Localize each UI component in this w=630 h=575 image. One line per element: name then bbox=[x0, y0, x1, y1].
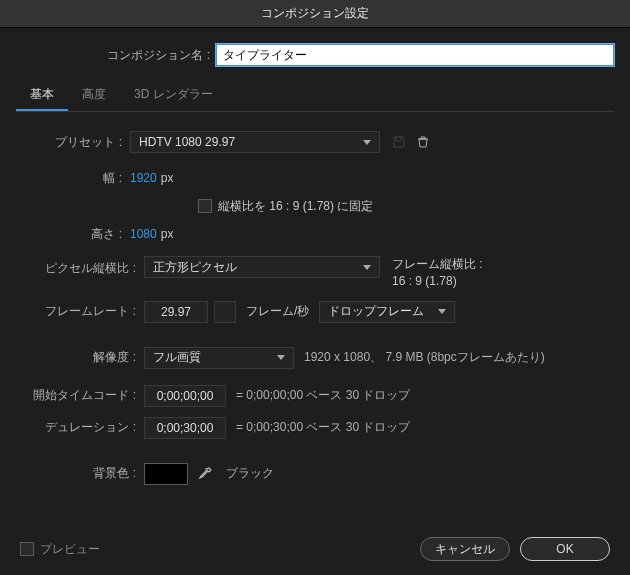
tab-advanced[interactable]: 高度 bbox=[68, 80, 120, 111]
pixel-aspect-value: 正方形ピクセル bbox=[153, 259, 237, 276]
ok-button[interactable]: OK bbox=[520, 537, 610, 561]
duration-info: = 0;00;30;00 ベース 30 ドロップ bbox=[236, 419, 410, 436]
resolution-select[interactable]: フル画質 bbox=[144, 347, 294, 369]
titlebar: コンポジション設定 bbox=[0, 0, 630, 28]
pixel-aspect-select[interactable]: 正方形ピクセル bbox=[144, 256, 380, 278]
frame-rate-input[interactable] bbox=[144, 301, 208, 323]
resolution-label: 解像度 : bbox=[24, 349, 144, 366]
start-timecode-label: 開始タイムコード : bbox=[24, 387, 144, 404]
comp-name-label: コンポジション名 : bbox=[16, 47, 216, 64]
resolution-info: 1920 x 1080、 7.9 MB (8bpcフレームあたり) bbox=[304, 349, 545, 366]
drop-frame-value: ドロップフレーム bbox=[328, 303, 424, 320]
bg-color-well[interactable] bbox=[144, 463, 188, 485]
preset-save-icon bbox=[388, 131, 410, 153]
chevron-down-icon bbox=[363, 140, 371, 145]
start-timecode-info: = 0;00;00;00 ベース 30 ドロップ bbox=[236, 387, 410, 404]
cancel-button[interactable]: キャンセル bbox=[420, 537, 510, 561]
tab-3d-renderer[interactable]: 3D レンダラー bbox=[120, 80, 227, 111]
tabs: 基本 高度 3D レンダラー bbox=[16, 80, 614, 112]
frame-rate-unit: フレーム/秒 bbox=[246, 303, 309, 320]
duration-input[interactable] bbox=[144, 417, 226, 439]
frame-aspect-value: 16 : 9 (1.78) bbox=[392, 273, 483, 290]
preset-select[interactable]: HDTV 1080 29.97 bbox=[130, 131, 380, 153]
width-value[interactable]: 1920 bbox=[130, 171, 157, 185]
start-timecode-input[interactable] bbox=[144, 385, 226, 407]
chevron-down-icon bbox=[363, 265, 371, 270]
lock-aspect-checkbox[interactable] bbox=[198, 199, 212, 213]
eyedropper-icon[interactable] bbox=[194, 463, 216, 485]
window-title: コンポジション設定 bbox=[261, 5, 369, 22]
duration-label: デュレーション : bbox=[24, 419, 144, 436]
lock-aspect-label: 縦横比を 16 : 9 (1.78) に固定 bbox=[218, 198, 373, 215]
chevron-down-icon bbox=[277, 355, 285, 360]
width-label: 幅 : bbox=[24, 170, 130, 187]
height-unit: px bbox=[161, 227, 174, 241]
drop-frame-select[interactable]: ドロップフレーム bbox=[319, 301, 455, 323]
dialog-content: コンポジション名 : 基本 高度 3D レンダラー プリセット : HDTV 1… bbox=[0, 28, 630, 575]
frame-rate-label: フレームレート : bbox=[24, 303, 144, 320]
preset-delete-icon[interactable] bbox=[412, 131, 434, 153]
pixel-aspect-label: ピクセル縦横比 : bbox=[24, 256, 144, 277]
chevron-down-icon bbox=[438, 309, 446, 314]
bg-color-name: ブラック bbox=[226, 465, 274, 482]
resolution-value: フル画質 bbox=[153, 349, 201, 366]
preview-label: プレビュー bbox=[40, 541, 100, 558]
height-label: 高さ : bbox=[24, 226, 130, 243]
preset-label: プリセット : bbox=[24, 134, 130, 151]
width-unit: px bbox=[161, 171, 174, 185]
preset-value: HDTV 1080 29.97 bbox=[139, 135, 235, 149]
comp-name-input[interactable] bbox=[216, 44, 614, 66]
tab-basic[interactable]: 基本 bbox=[16, 80, 68, 111]
preview-checkbox[interactable] bbox=[20, 542, 34, 556]
frame-aspect-label: フレーム縦横比 : bbox=[392, 256, 483, 273]
frame-rate-dropdown[interactable] bbox=[214, 301, 236, 323]
height-value[interactable]: 1080 bbox=[130, 227, 157, 241]
bg-color-label: 背景色 : bbox=[24, 465, 144, 482]
